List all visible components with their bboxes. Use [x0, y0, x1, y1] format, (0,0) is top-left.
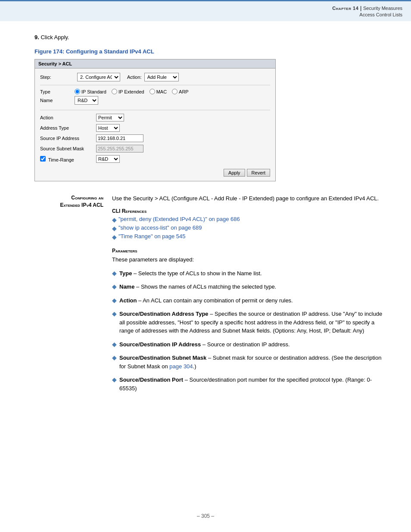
header-chapter: Chapter 14 | Security Measures [0, 5, 402, 11]
step-label: Step: [40, 75, 75, 80]
step-9-line: 9. Click Apply. [34, 34, 385, 40]
bullet-1: ◆ [112, 216, 117, 224]
source-ip-label: Source IP Address [40, 136, 96, 141]
param-item-subnet-mask: ◆ Source/Destination Subnet Mask – Subne… [112, 354, 385, 370]
param-bullet-5: ◆ [112, 340, 117, 348]
cli-link-2[interactable]: "show ip access-list" on page 689 [118, 224, 202, 231]
cli-link-1[interactable]: "permit, deny (Extended IPv4 ACL)" on pa… [118, 216, 240, 222]
param-addr-type-text: Source/Destination Address Type – Specif… [119, 310, 385, 335]
cli-references-title: CLI References [112, 208, 385, 214]
configuring-main: Use the Security > ACL (Configure ACL - … [112, 194, 385, 398]
param-item-port: ◆ Source/Destination Port – Source/desti… [112, 376, 385, 392]
source-ip-input[interactable] [96, 134, 143, 142]
source-mask-input [96, 145, 143, 152]
configuring-sidebar: Configuring an Extended IPv4 ACL [34, 194, 112, 398]
step-number: 9. [34, 34, 39, 40]
param-ip-addr-text: Source/Destination IP Address – Source o… [119, 340, 290, 349]
param-bullet-2: ◆ [112, 283, 117, 290]
name-row: Name R&D [40, 96, 270, 105]
page-footer: – 305 – [0, 509, 411, 523]
page-number: – 305 – [197, 513, 214, 519]
radio-ip-extended[interactable]: IP Extended [112, 89, 144, 94]
cli-link-3[interactable]: "Time Range" on page 545 [118, 233, 185, 240]
step-select[interactable]: 2. Configure ACL [77, 73, 120, 81]
configuring-intro: Use the Security > ACL (Configure ACL - … [112, 194, 385, 203]
source-ip-row: Source IP Address [40, 134, 270, 142]
param-bullet-7: ◆ [112, 376, 117, 383]
cli-link-item-1: ◆ "permit, deny (Extended IPv4 ACL)" on … [112, 216, 385, 224]
param-action-text: Action – An ACL can contain any combinat… [119, 296, 293, 305]
param-item-name: ◆ Name – Shows the names of ACLs matchin… [112, 283, 385, 291]
source-mask-row: Source Subnet Mask [40, 145, 270, 152]
type-radio-group: IP Standard IP Extended MAC ARP [75, 89, 189, 94]
bullet-2: ◆ [112, 224, 117, 232]
action-field-select[interactable]: Permit [96, 114, 124, 121]
revert-button[interactable]: Revert [247, 169, 270, 177]
radio-ip-standard[interactable]: IP Standard [75, 89, 106, 94]
parameters-title: Parameters [112, 248, 385, 254]
param-bullet-1: ◆ [112, 269, 117, 277]
action-field-label: Action [40, 115, 96, 120]
type-row: Type IP Standard IP Extended MAC ARP [40, 89, 270, 94]
acl-step-row: Step: 2. Configure ACL Action: Add Rule [40, 73, 270, 81]
figure-title: Figure 174: Configuring a Standard IPv4 … [34, 48, 385, 55]
param-item-ip-addr: ◆ Source/Destination IP Address – Source… [112, 340, 385, 349]
address-type-label: Address Type [40, 125, 96, 131]
param-bullet-6: ◆ [112, 354, 117, 361]
acl-ui-box: Security > ACL Step: 2. Configure ACL Ac… [34, 59, 276, 181]
param-item-type: ◆ Type – Selects the type of ACLs to sho… [112, 269, 385, 278]
param-item-addr-type: ◆ Source/Destination Address Type – Spec… [112, 310, 385, 335]
param-bullet-4: ◆ [112, 310, 117, 317]
radio-arp[interactable]: ARP [172, 89, 189, 94]
header-separator: | [360, 5, 363, 11]
main-content: 9. Click Apply. Figure 174: Configuring … [0, 21, 411, 419]
bullet-3: ◆ [112, 233, 117, 241]
sidebar-title: Configuring an Extended IPv4 ACL [34, 194, 103, 209]
header-line2: Access Control Lists [0, 11, 402, 18]
cli-link-item-2: ◆ "show ip access-list" on page 689 [112, 224, 385, 232]
parameters-intro: These parameters are displayed: [112, 255, 385, 264]
name-label: Name [40, 98, 75, 103]
action-label: Action: [127, 75, 142, 80]
action-field-row: Action Permit [40, 114, 270, 121]
param-item-action: ◆ Action – An ACL can contain any combin… [112, 296, 385, 305]
radio-mac[interactable]: MAC [149, 89, 167, 94]
param-name-text: Name – Shows the names of ACLs matching … [119, 283, 276, 291]
time-range-select[interactable]: R&D [96, 155, 120, 163]
address-type-row: Address Type Host [40, 124, 270, 132]
time-range-row: Time-Range R&D [40, 155, 270, 163]
page-header: Chapter 14 | Security Measures Access Co… [0, 0, 411, 21]
acl-box-body: Step: 2. Configure ACL Action: Add Rule … [35, 68, 275, 181]
param-port-text: Source/Destination Port – Source/destina… [119, 376, 385, 392]
address-type-select[interactable]: Host [96, 124, 120, 132]
source-mask-label: Source Subnet Mask [40, 146, 96, 151]
time-range-checkbox[interactable] [40, 156, 46, 162]
configuring-section: Configuring an Extended IPv4 ACL Use the… [34, 194, 385, 398]
name-select[interactable]: R&D [75, 96, 98, 105]
param-bullet-3: ◆ [112, 296, 117, 304]
header-line1: Security Measures [363, 6, 402, 11]
action-select[interactable]: Add Rule [144, 73, 179, 81]
button-row: Apply Revert [40, 165, 270, 177]
page-304-link[interactable]: page 304 [169, 363, 193, 370]
param-subnet-text: Source/Destination Subnet Mask – Subnet … [119, 354, 385, 370]
param-type-text: Type – Selects the type of ACLs to show … [119, 269, 262, 278]
param-list: ◆ Type – Selects the type of ACLs to sho… [112, 269, 385, 393]
time-range-label: Time-Range [40, 156, 96, 162]
cli-link-item-3: ◆ "Time Range" on page 545 [112, 233, 385, 241]
acl-window-title: Security > ACL [35, 59, 275, 68]
cli-links-list: ◆ "permit, deny (Extended IPv4 ACL)" on … [112, 216, 385, 241]
step-text: Click Apply. [40, 34, 69, 40]
apply-button[interactable]: Apply [224, 169, 245, 177]
chapter-label: Chapter 14 [332, 6, 358, 11]
type-label: Type [40, 89, 75, 94]
